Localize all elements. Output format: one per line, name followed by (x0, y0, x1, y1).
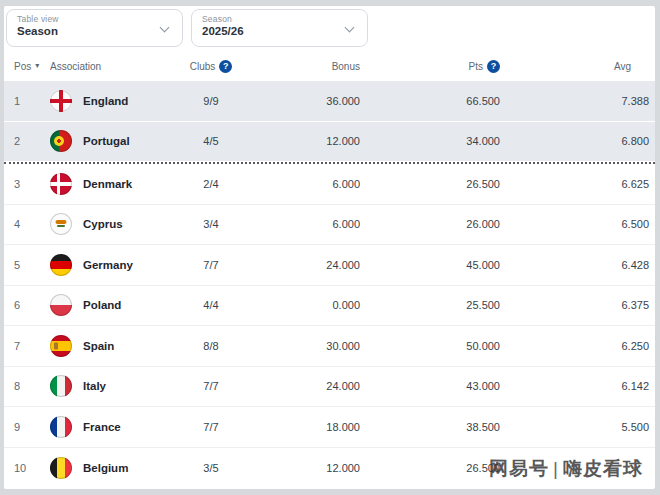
country-flag-icon (50, 254, 72, 276)
column-header-pts[interactable]: Pts ? (360, 60, 500, 73)
association-name: Portugal (83, 135, 130, 147)
rankings-card: Table view Season Season 2025/26 Pos ▾ A… (4, 6, 655, 489)
table-view-value: Season (17, 24, 172, 38)
table-header: Pos ▾ Association Clubs ? Bonus Pts ? Av… (4, 51, 655, 81)
pos-cell: 5 (14, 259, 50, 271)
pos-cell: 4 (14, 218, 50, 230)
column-header-bonus[interactable]: Bonus (242, 61, 360, 72)
pts-cell: 50.000 (360, 340, 500, 352)
pts-cell: 25.500 (360, 299, 500, 311)
column-header-pos[interactable]: Pos ▾ (14, 61, 50, 72)
pts-cell: 34.000 (360, 135, 500, 147)
bonus-cell: 36.000 (242, 95, 360, 107)
country-flag-icon (50, 213, 72, 235)
association-name: Spain (83, 340, 114, 352)
avg-cell: 6.800 (500, 135, 649, 147)
pos-cell: 1 (14, 95, 50, 107)
association-cell: Italy (50, 375, 180, 397)
filter-bar: Table view Season Season 2025/26 (4, 6, 655, 47)
clubs-cell: 7/7 (180, 421, 242, 433)
pos-cell: 2 (14, 135, 50, 147)
association-name: Denmark (83, 178, 132, 190)
season-value: 2025/26 (202, 24, 357, 38)
pos-cell: 6 (14, 299, 50, 311)
pos-cell: 10 (14, 462, 50, 474)
avg-cell: 6.250 (500, 340, 649, 352)
column-header-avg[interactable]: Avg (500, 61, 649, 72)
watermark: 网易号|嗨皮看球 (489, 456, 643, 482)
table-row[interactable]: 1 England 9/9 36.000 66.500 7.388 (4, 81, 655, 122)
clubs-cell: 4/5 (180, 135, 242, 147)
column-header-association[interactable]: Association (50, 61, 180, 72)
table-row[interactable]: 8 Italy 7/7 24.000 43.000 6.142 (4, 367, 655, 408)
country-flag-icon (50, 173, 72, 195)
column-header-pts-label: Pts (469, 61, 483, 72)
avg-cell: 6.375 (500, 299, 649, 311)
association-cell: Cyprus (50, 213, 180, 235)
table-row[interactable]: 3 Denmark 2/4 6.000 26.500 6.625 (4, 164, 655, 205)
sort-descending-icon: ▾ (35, 62, 39, 70)
clubs-cell: 3/5 (180, 462, 242, 474)
watermark-separator: | (553, 458, 559, 479)
table-row[interactable]: 6 Poland 4/4 0.000 25.500 6.375 (4, 286, 655, 327)
season-select[interactable]: Season 2025/26 (191, 9, 368, 47)
clubs-cell: 8/8 (180, 340, 242, 352)
bonus-cell: 12.000 (242, 462, 360, 474)
column-header-clubs[interactable]: Clubs ? (180, 60, 242, 73)
country-flag-icon (50, 90, 72, 112)
association-name: Poland (83, 299, 121, 311)
table-row[interactable]: 2 Portugal 4/5 12.000 34.000 6.800 (4, 122, 655, 163)
association-name: England (83, 95, 128, 107)
association-name: Germany (83, 259, 133, 271)
country-flag-icon (50, 375, 72, 397)
bonus-cell: 6.000 (242, 218, 360, 230)
pos-cell: 7 (14, 340, 50, 352)
clubs-cell: 7/7 (180, 380, 242, 392)
country-flag-icon (50, 294, 72, 316)
association-cell: France (50, 416, 180, 438)
table-body: 1 England 9/9 36.000 66.500 7.388 2 Port… (4, 81, 655, 488)
table-row[interactable]: 4 Cyprus 3/4 6.000 26.000 6.500 (4, 205, 655, 246)
clubs-cell: 2/4 (180, 178, 242, 190)
pts-cell: 26.500 (360, 178, 500, 190)
pos-cell: 3 (14, 178, 50, 190)
avg-cell: 6.500 (500, 218, 649, 230)
watermark-part1: 网易号 (489, 458, 549, 479)
pts-cell: 66.500 (360, 95, 500, 107)
bonus-cell: 24.000 (242, 259, 360, 271)
pts-cell: 45.000 (360, 259, 500, 271)
clubs-cell: 4/4 (180, 299, 242, 311)
association-cell: Spain (50, 335, 180, 357)
clubs-cell: 3/4 (180, 218, 242, 230)
avg-cell: 5.500 (500, 421, 649, 433)
bonus-cell: 30.000 (242, 340, 360, 352)
pts-cell: 26.000 (360, 218, 500, 230)
watermark-part2: 嗨皮看球 (563, 458, 643, 479)
help-icon[interactable]: ? (487, 60, 500, 73)
table-row[interactable]: 7 Spain 8/8 30.000 50.000 6.250 (4, 326, 655, 367)
help-icon[interactable]: ? (219, 60, 232, 73)
avg-cell: 7.388 (500, 95, 649, 107)
association-cell: Portugal (50, 130, 180, 152)
clubs-cell: 9/9 (180, 95, 242, 107)
pos-cell: 8 (14, 380, 50, 392)
season-label: Season (202, 14, 357, 24)
association-name: Italy (83, 380, 106, 392)
association-cell: Germany (50, 254, 180, 276)
country-flag-icon (50, 457, 72, 479)
avg-cell: 6.428 (500, 259, 649, 271)
bonus-cell: 12.000 (242, 135, 360, 147)
association-cell: England (50, 90, 180, 112)
country-flag-icon (50, 335, 72, 357)
bonus-cell: 24.000 (242, 380, 360, 392)
column-header-association-label: Association (50, 61, 101, 72)
bonus-cell: 0.000 (242, 299, 360, 311)
table-row[interactable]: 9 France 7/7 18.000 38.500 5.500 (4, 407, 655, 448)
table-row[interactable]: 5 Germany 7/7 24.000 45.000 6.428 (4, 245, 655, 286)
pos-cell: 9 (14, 421, 50, 433)
association-cell: Poland (50, 294, 180, 316)
table-view-select[interactable]: Table view Season (6, 9, 183, 47)
bonus-cell: 6.000 (242, 178, 360, 190)
association-name: Cyprus (83, 218, 123, 230)
avg-cell: 6.625 (500, 178, 649, 190)
